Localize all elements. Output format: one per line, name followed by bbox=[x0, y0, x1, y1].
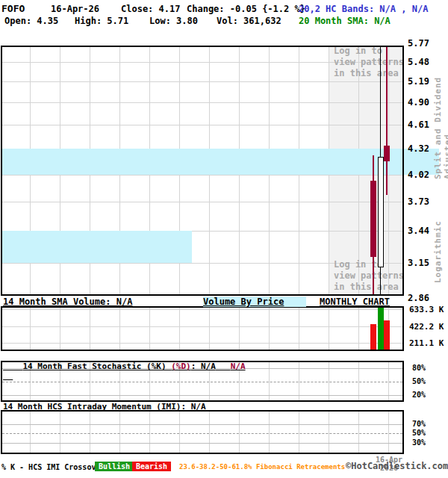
logarithmic-label: Logarithmic bbox=[433, 222, 443, 283]
copyright-label: ©HotCandlestick.com bbox=[346, 461, 448, 471]
percent-tick-label: 70% bbox=[412, 420, 426, 428]
volume-tick-label: 211.1 K bbox=[409, 338, 444, 348]
stochastic-label: 14 Month Fast Stochastic (%K) (%D): N/A … bbox=[3, 352, 246, 381]
volume-tick-label: 633.3 K bbox=[409, 305, 444, 314]
bullish-candle-body bbox=[378, 157, 384, 267]
date-label: 16-Apr-26 bbox=[51, 4, 99, 14]
stochastic-label-sep: : N/A bbox=[191, 361, 216, 371]
candle-wick bbox=[386, 47, 388, 195]
bullish-badge: Bullish bbox=[95, 462, 134, 471]
price-tick-label: 4.90 bbox=[408, 97, 429, 108]
volume-panel-border bbox=[1, 306, 404, 351]
stochastic-label-d: (%D) bbox=[171, 361, 191, 371]
close-label: Close: 4.17 bbox=[121, 4, 180, 14]
split-dividend-adjusted-label: Split and Dividend Adjusted bbox=[433, 45, 448, 179]
percent-tick-label: 30% bbox=[412, 438, 426, 447]
volume-bar bbox=[378, 308, 384, 350]
open-label: Open: 4.35 bbox=[4, 16, 58, 26]
stochastic-label-k: 14 Month Fast Stochastic (%K) bbox=[23, 361, 172, 371]
volume-tick-label: 422.2 K bbox=[409, 322, 444, 332]
price-tick-label: 5.77 bbox=[408, 38, 429, 49]
high-label: High: 5.71 bbox=[75, 16, 128, 26]
stock-chart-page: FOFO 16-Apr-26 Close: 4.17 Change: -0.05… bbox=[0, 0, 448, 478]
volume-bar bbox=[370, 324, 376, 350]
price-tick-label: 4.02 bbox=[408, 170, 429, 180]
percent-tick-label: 50% bbox=[412, 429, 426, 437]
price-tick-label: 3.15 bbox=[408, 258, 429, 268]
symbol-label: FOFO bbox=[1, 3, 25, 14]
sma-header-label: 20 Month SMA: N/A bbox=[299, 16, 391, 26]
low-label: Low: 3.80 bbox=[149, 16, 198, 26]
sma-volume-label: 14 Month SMA Volume: N/A bbox=[3, 297, 132, 307]
price-tick-label: 2.86 bbox=[408, 293, 429, 303]
bearish-candle-body bbox=[370, 181, 376, 257]
monthly-chart-label: MONTHLY CHART bbox=[320, 297, 390, 307]
price-panel-border bbox=[1, 46, 404, 296]
price-tick-label: 3.44 bbox=[408, 226, 429, 236]
price-tick-label: 4.61 bbox=[408, 120, 429, 130]
volume-by-price-label: Volume By Price bbox=[203, 297, 306, 307]
stochastic-d-value: N/A bbox=[231, 361, 246, 371]
fibonacci-legend-label: 23.6-38.2-50-61.8% Fibonacci Retracement… bbox=[179, 463, 345, 471]
percent-tick-label: 20% bbox=[412, 391, 426, 399]
price-tick-label: 5.19 bbox=[408, 76, 429, 87]
hc-bands-label: 20,2 HC Bands: N/A , N/A bbox=[299, 4, 428, 14]
price-tick-label: 5.48 bbox=[408, 57, 429, 67]
volume-bar bbox=[384, 320, 390, 350]
percent-tick-label: 80% bbox=[412, 364, 426, 372]
bearish-candle-body bbox=[384, 146, 390, 161]
imi-label: 14 Month HCS Intraday Momentum (IMI): N/… bbox=[3, 402, 206, 412]
price-tick-label: 3.73 bbox=[408, 196, 429, 207]
percent-tick-label: 50% bbox=[412, 377, 426, 385]
price-tick-label: 4.32 bbox=[408, 143, 429, 154]
crossover-legend-label: % K - HCS IMI Crossover, bbox=[1, 463, 110, 471]
bearish-badge: Bearish bbox=[132, 462, 171, 471]
imi-panel-border bbox=[1, 410, 404, 454]
volume-label: Vol: 361,632 bbox=[217, 16, 281, 26]
change-label: Change: -0.05 {-1.2 %} bbox=[187, 4, 305, 14]
